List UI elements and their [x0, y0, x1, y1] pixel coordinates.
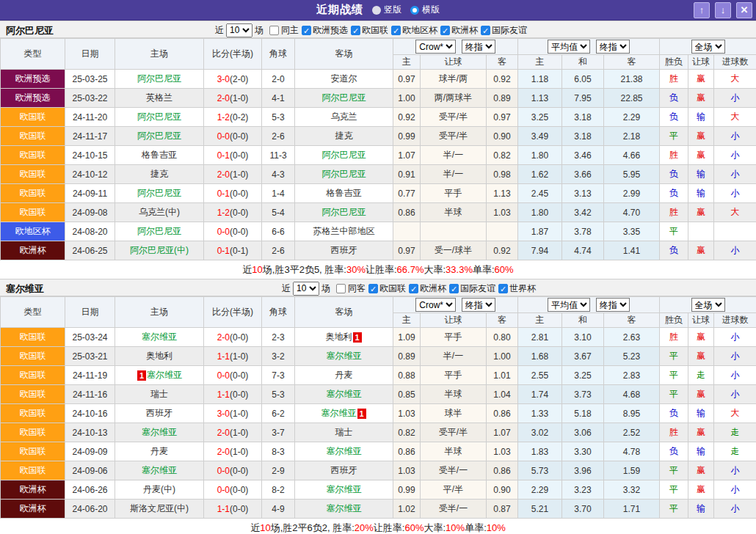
goals-result-cell: 大 — [714, 203, 756, 222]
scope-select[interactable]: 全场 — [691, 298, 725, 312]
crow-away-odds: 0.98 — [487, 165, 518, 184]
crow-home-odds: 1.00 — [393, 89, 421, 108]
odds-source-select[interactable]: Crow* — [415, 40, 456, 54]
handicap-result-cell: 输 — [688, 108, 714, 127]
col-avg-home: 主 — [518, 55, 562, 70]
avg-draw-odds: 3.66 — [562, 165, 604, 184]
scope-select[interactable]: 全场 — [691, 40, 725, 54]
odds-stage-select[interactable]: 终指 — [462, 298, 495, 312]
match-row: 欧国联24-09-06塞尔维亚0-0(0-0)2-9西班牙1.03受半/一0.8… — [1, 461, 756, 480]
col-hc-result: 让球 — [688, 313, 714, 328]
home-team-cell: 丹麦(中) — [115, 480, 204, 500]
avg-draw-odds: 3.78 — [562, 222, 604, 241]
corner-cell: 7-3 — [262, 366, 295, 385]
same-home-checkbox[interactable] — [269, 26, 279, 35]
close-icon: ✕ — [741, 4, 749, 15]
scroll-down-button[interactable]: ↓ — [715, 2, 731, 18]
halftime-score: (1-0) — [230, 447, 248, 457]
result-cell: 平 — [660, 500, 688, 519]
avg-away-odds: 21.38 — [604, 70, 660, 89]
close-button[interactable]: ✕ — [736, 2, 752, 18]
league-filter-checkbox[interactable]: ✓欧洲杯 — [437, 24, 478, 37]
match-row: 欧国联24-09-11阿尔巴尼亚0-1(0-0)1-4格鲁吉亚0.77平手1.1… — [1, 184, 756, 203]
result-header: 全场 — [660, 39, 756, 55]
avg-draw-odds: 3.25 — [562, 366, 604, 385]
away-team-name: 捷克 — [335, 131, 353, 141]
home-team-cell: 格鲁吉亚 — [115, 146, 204, 165]
handicap-result-cell: 走 — [688, 366, 714, 385]
fulltime-score: 0-0 — [217, 466, 230, 476]
avg-home-odds: 1.80 — [518, 203, 562, 222]
home-team-cell: 英格兰 — [115, 89, 204, 108]
avg-stage-select[interactable]: 终指 — [596, 40, 630, 54]
avg-home-odds: 1.83 — [518, 442, 562, 461]
league-type-badge: 欧国联 — [1, 461, 65, 480]
crow-home-odds: 0.85 — [393, 385, 421, 404]
away-team-name: 丹麦 — [335, 370, 353, 380]
league-filter-label: 欧国联 — [362, 24, 388, 37]
scroll-up-button[interactable]: ↑ — [694, 2, 710, 18]
handicap-line: 受半/一 — [421, 461, 487, 480]
league-filter-checkbox[interactable]: ✓国际友谊 — [478, 24, 527, 37]
away-team-cell: 阿尔巴尼亚 — [295, 203, 393, 222]
crow-home-odds: 0.86 — [393, 203, 421, 222]
crow-away-odds: 0.89 — [487, 89, 518, 108]
avg-draw-odds: 3.73 — [562, 385, 604, 404]
score-cell: 2-0(1-0) — [204, 423, 262, 442]
league-filter-checkbox[interactable]: ✓欧国联 — [348, 24, 388, 37]
avg-select[interactable]: 平均值 — [548, 298, 590, 312]
handicap-odds-header: Crow* 终指 — [393, 297, 518, 313]
goals-result-cell: 小 — [714, 241, 756, 260]
odds-source-select[interactable]: Crow* — [415, 298, 456, 312]
avg-home-odds: 1.87 — [518, 222, 562, 241]
summary-segment: 单率: — [465, 522, 487, 534]
avg-home-odds: 1.13 — [518, 89, 562, 108]
crow-home-odds: 1.07 — [393, 146, 421, 165]
avg-away-odds: 1.59 — [604, 461, 660, 480]
avg-draw-odds: 3.18 — [562, 127, 604, 146]
match-row: 欧国联25-03-24塞尔维亚2-0(0-0)2-3奥地利11.09平手0.80… — [1, 328, 756, 347]
recent-count-select[interactable]: 10 — [226, 23, 252, 37]
avg-away-odds: 5.95 — [604, 165, 660, 184]
league-filter-checkbox[interactable]: ✓欧洲杯 — [406, 282, 446, 295]
match-date: 24-11-20 — [65, 108, 115, 127]
handicap-result-cell: 输 — [688, 165, 714, 184]
col-hc-line: 让球 — [421, 313, 487, 328]
crow-home-odds: 0.86 — [393, 442, 421, 461]
handicap-line: 半球 — [421, 203, 487, 222]
fulltime-score: 0-1 — [217, 150, 230, 161]
result-cell: 负 — [660, 108, 688, 127]
avg-select[interactable]: 平均值 — [548, 40, 590, 54]
league-filter-checkbox[interactable]: ✓欧地区杯 — [388, 24, 437, 37]
home-team-cell: 阿尔巴尼亚 — [115, 127, 204, 146]
corner-cell: 1-4 — [262, 184, 295, 203]
league-filter-checkbox[interactable]: ✓欧洲预选 — [299, 24, 348, 37]
corner-cell: 4-1 — [262, 89, 295, 108]
halftime-score: (0-0) — [230, 370, 248, 381]
layout-radio-horizontal[interactable]: 横版 — [410, 4, 440, 16]
away-team-cell: 塞尔维亚 — [295, 480, 393, 500]
crow-away-odds: 0.90 — [487, 480, 518, 500]
handicap-line: 两/两球半 — [421, 89, 487, 108]
odds-stage-select[interactable]: 终指 — [462, 40, 495, 54]
away-team-name: 塞尔维亚 — [327, 351, 362, 361]
league-filter-checkbox[interactable]: ✓欧国联 — [366, 282, 406, 295]
halftime-score: (0-0) — [230, 131, 248, 142]
away-team-name: 塞尔维亚 — [327, 389, 362, 399]
layout-radio-vertical[interactable]: 竖版 — [372, 4, 401, 16]
home-team-name: 塞尔维亚 — [142, 427, 177, 437]
handicap-result-cell: 赢 — [688, 146, 714, 165]
league-filter-checkbox[interactable]: ✓国际友谊 — [446, 282, 495, 295]
avg-stage-select[interactable]: 终指 — [596, 298, 630, 312]
home-team-cell: 乌克兰(中) — [115, 203, 204, 222]
score-cell: 0-1(0-0) — [204, 184, 262, 203]
handicap-result-cell: 赢 — [688, 423, 714, 442]
recent-count-select[interactable]: 10 — [293, 282, 319, 296]
league-filter-label: 世界杯 — [509, 282, 536, 295]
goals-result-cell: 小 — [714, 480, 756, 500]
same-away-checkbox[interactable] — [336, 284, 346, 293]
league-filter-checkbox[interactable]: ✓世界杯 — [495, 282, 536, 295]
score-cell: 2-0(0-0) — [204, 328, 262, 347]
away-team-name: 阿尔巴尼亚 — [322, 150, 366, 160]
crow-away-odds: 1.01 — [487, 366, 518, 385]
